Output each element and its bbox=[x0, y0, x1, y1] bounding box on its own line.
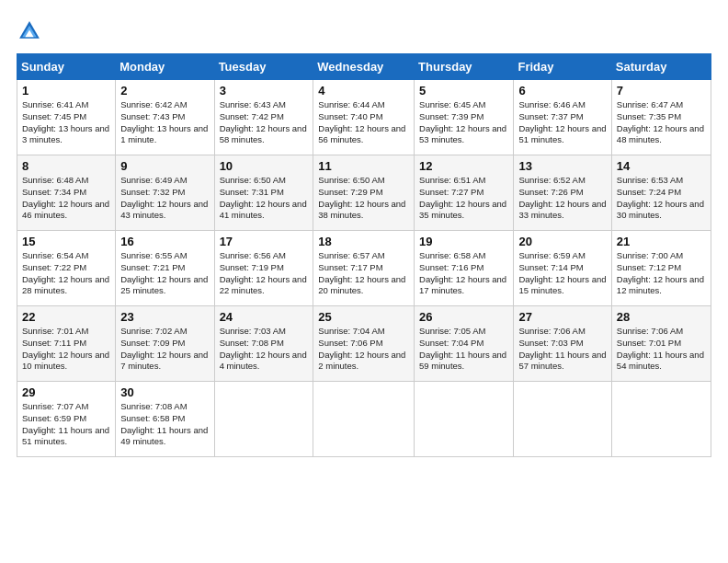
day-detail: Sunrise: 6:51 AMSunset: 7:27 PMDaylight:… bbox=[419, 175, 506, 220]
day-detail: Sunrise: 6:45 AMSunset: 7:39 PMDaylight:… bbox=[419, 99, 506, 144]
weekday-header: Wednesday bbox=[313, 54, 415, 80]
day-number: 18 bbox=[318, 235, 409, 248]
day-number: 2 bbox=[120, 84, 209, 98]
calendar-cell: 23 Sunrise: 7:02 AMSunset: 7:09 PMDaylig… bbox=[116, 306, 214, 382]
calendar-cell: 21 Sunrise: 7:00 AMSunset: 7:12 PMDaylig… bbox=[611, 231, 711, 306]
weekday-header: Thursday bbox=[415, 54, 514, 80]
calendar-cell: 28 Sunrise: 7:06 AMSunset: 7:01 PMDaylig… bbox=[611, 306, 711, 382]
day-detail: Sunrise: 6:50 AMSunset: 7:29 PMDaylight:… bbox=[318, 175, 405, 220]
calendar-cell: 3 Sunrise: 6:43 AMSunset: 7:42 PMDayligh… bbox=[214, 80, 313, 155]
day-number: 26 bbox=[419, 310, 508, 324]
calendar-cell: 4 Sunrise: 6:44 AMSunset: 7:40 PMDayligh… bbox=[313, 80, 415, 155]
day-number: 28 bbox=[617, 310, 706, 324]
day-detail: Sunrise: 6:57 AMSunset: 7:17 PMDaylight:… bbox=[318, 250, 405, 295]
day-number: 14 bbox=[617, 159, 706, 173]
day-detail: Sunrise: 7:03 AMSunset: 7:08 PMDaylight:… bbox=[220, 326, 307, 371]
calendar-week-row: 1 Sunrise: 6:41 AMSunset: 7:45 PMDayligh… bbox=[17, 80, 711, 155]
calendar-cell bbox=[514, 382, 611, 457]
calendar-cell: 14 Sunrise: 6:53 AMSunset: 7:24 PMDaylig… bbox=[611, 155, 711, 231]
day-detail: Sunrise: 7:02 AMSunset: 7:09 PMDaylight:… bbox=[120, 326, 208, 371]
day-number: 11 bbox=[318, 159, 409, 173]
calendar-week-row: 29 Sunrise: 7:07 AMSunset: 6:59 PMDaylig… bbox=[17, 382, 711, 457]
day-detail: Sunrise: 6:56 AMSunset: 7:19 PMDaylight:… bbox=[220, 250, 307, 295]
day-detail: Sunrise: 7:01 AMSunset: 7:11 PMDaylight:… bbox=[22, 326, 109, 371]
weekday-header: Saturday bbox=[611, 54, 711, 80]
day-detail: Sunrise: 6:58 AMSunset: 7:16 PMDaylight:… bbox=[419, 250, 506, 295]
calendar-cell bbox=[313, 382, 415, 457]
calendar-week-row: 8 Sunrise: 6:48 AMSunset: 7:34 PMDayligh… bbox=[17, 155, 711, 231]
calendar-cell: 30 Sunrise: 7:08 AMSunset: 6:58 PMDaylig… bbox=[116, 382, 214, 457]
day-number: 8 bbox=[22, 159, 110, 173]
day-number: 13 bbox=[518, 159, 606, 173]
calendar-cell: 5 Sunrise: 6:45 AMSunset: 7:39 PMDayligh… bbox=[415, 80, 514, 155]
day-detail: Sunrise: 6:52 AMSunset: 7:26 PMDaylight:… bbox=[518, 175, 606, 220]
day-detail: Sunrise: 6:50 AMSunset: 7:31 PMDaylight:… bbox=[220, 175, 307, 220]
calendar-cell: 26 Sunrise: 7:05 AMSunset: 7:04 PMDaylig… bbox=[415, 306, 514, 382]
day-number: 1 bbox=[22, 84, 110, 98]
calendar-cell: 16 Sunrise: 6:55 AMSunset: 7:21 PMDaylig… bbox=[116, 231, 214, 306]
calendar-cell: 17 Sunrise: 6:56 AMSunset: 7:19 PMDaylig… bbox=[214, 231, 313, 306]
day-detail: Sunrise: 6:41 AMSunset: 7:45 PMDaylight:… bbox=[22, 99, 109, 144]
logo bbox=[17, 17, 46, 44]
calendar-cell bbox=[611, 382, 711, 457]
day-number: 29 bbox=[22, 385, 110, 399]
calendar-cell: 19 Sunrise: 6:58 AMSunset: 7:16 PMDaylig… bbox=[415, 231, 514, 306]
day-detail: Sunrise: 6:44 AMSunset: 7:40 PMDaylight:… bbox=[318, 99, 405, 144]
day-detail: Sunrise: 6:46 AMSunset: 7:37 PMDaylight:… bbox=[518, 99, 606, 144]
calendar-cell: 22 Sunrise: 7:01 AMSunset: 7:11 PMDaylig… bbox=[17, 306, 116, 382]
day-number: 22 bbox=[22, 310, 110, 324]
calendar-week-row: 22 Sunrise: 7:01 AMSunset: 7:11 PMDaylig… bbox=[17, 306, 711, 382]
day-number: 16 bbox=[120, 235, 209, 248]
calendar-cell: 7 Sunrise: 6:47 AMSunset: 7:35 PMDayligh… bbox=[611, 80, 711, 155]
day-number: 20 bbox=[518, 235, 606, 248]
calendar-table: SundayMondayTuesdayWednesdayThursdayFrid… bbox=[17, 53, 711, 457]
day-detail: Sunrise: 7:00 AMSunset: 7:12 PMDaylight:… bbox=[617, 250, 704, 295]
day-number: 10 bbox=[220, 159, 309, 173]
day-detail: Sunrise: 7:08 AMSunset: 6:58 PMDaylight:… bbox=[120, 401, 208, 446]
page-header bbox=[17, 17, 711, 44]
day-detail: Sunrise: 7:06 AMSunset: 7:01 PMDaylight:… bbox=[617, 326, 704, 371]
day-detail: Sunrise: 7:06 AMSunset: 7:03 PMDaylight:… bbox=[518, 326, 606, 371]
day-number: 30 bbox=[120, 385, 209, 399]
weekday-header: Friday bbox=[514, 54, 611, 80]
calendar-cell: 10 Sunrise: 6:50 AMSunset: 7:31 PMDaylig… bbox=[214, 155, 313, 231]
calendar-cell: 27 Sunrise: 7:06 AMSunset: 7:03 PMDaylig… bbox=[514, 306, 611, 382]
day-detail: Sunrise: 6:49 AMSunset: 7:32 PMDaylight:… bbox=[120, 175, 208, 220]
day-detail: Sunrise: 6:53 AMSunset: 7:24 PMDaylight:… bbox=[617, 175, 704, 220]
day-number: 17 bbox=[220, 235, 309, 248]
calendar-header-row: SundayMondayTuesdayWednesdayThursdayFrid… bbox=[17, 54, 711, 80]
calendar-cell: 20 Sunrise: 6:59 AMSunset: 7:14 PMDaylig… bbox=[514, 231, 611, 306]
day-number: 4 bbox=[318, 84, 409, 98]
calendar-page: SundayMondayTuesdayWednesdayThursdayFrid… bbox=[0, 0, 728, 563]
day-number: 27 bbox=[518, 310, 606, 324]
calendar-cell: 13 Sunrise: 6:52 AMSunset: 7:26 PMDaylig… bbox=[514, 155, 611, 231]
calendar-cell: 11 Sunrise: 6:50 AMSunset: 7:29 PMDaylig… bbox=[313, 155, 415, 231]
day-detail: Sunrise: 6:43 AMSunset: 7:42 PMDaylight:… bbox=[220, 99, 307, 144]
calendar-cell: 1 Sunrise: 6:41 AMSunset: 7:45 PMDayligh… bbox=[17, 80, 116, 155]
calendar-cell bbox=[415, 382, 514, 457]
weekday-header: Sunday bbox=[17, 54, 116, 80]
day-number: 15 bbox=[22, 235, 110, 248]
calendar-cell: 15 Sunrise: 6:54 AMSunset: 7:22 PMDaylig… bbox=[17, 231, 116, 306]
day-detail: Sunrise: 6:48 AMSunset: 7:34 PMDaylight:… bbox=[22, 175, 109, 220]
day-detail: Sunrise: 6:54 AMSunset: 7:22 PMDaylight:… bbox=[22, 250, 109, 295]
day-detail: Sunrise: 6:42 AMSunset: 7:43 PMDaylight:… bbox=[120, 99, 208, 144]
day-detail: Sunrise: 6:55 AMSunset: 7:21 PMDaylight:… bbox=[120, 250, 208, 295]
calendar-cell: 24 Sunrise: 7:03 AMSunset: 7:08 PMDaylig… bbox=[214, 306, 313, 382]
day-number: 9 bbox=[120, 159, 209, 173]
calendar-cell: 2 Sunrise: 6:42 AMSunset: 7:43 PMDayligh… bbox=[116, 80, 214, 155]
calendar-cell: 18 Sunrise: 6:57 AMSunset: 7:17 PMDaylig… bbox=[313, 231, 415, 306]
weekday-header: Monday bbox=[116, 54, 214, 80]
calendar-cell: 9 Sunrise: 6:49 AMSunset: 7:32 PMDayligh… bbox=[116, 155, 214, 231]
calendar-cell: 8 Sunrise: 6:48 AMSunset: 7:34 PMDayligh… bbox=[17, 155, 116, 231]
calendar-cell: 6 Sunrise: 6:46 AMSunset: 7:37 PMDayligh… bbox=[514, 80, 611, 155]
day-number: 3 bbox=[220, 84, 309, 98]
calendar-cell: 29 Sunrise: 7:07 AMSunset: 6:59 PMDaylig… bbox=[17, 382, 116, 457]
calendar-cell: 25 Sunrise: 7:04 AMSunset: 7:06 PMDaylig… bbox=[313, 306, 415, 382]
calendar-week-row: 15 Sunrise: 6:54 AMSunset: 7:22 PMDaylig… bbox=[17, 231, 711, 306]
day-number: 5 bbox=[419, 84, 508, 98]
day-number: 24 bbox=[220, 310, 309, 324]
calendar-cell bbox=[214, 382, 313, 457]
day-number: 12 bbox=[419, 159, 508, 173]
logo-icon bbox=[17, 18, 42, 44]
